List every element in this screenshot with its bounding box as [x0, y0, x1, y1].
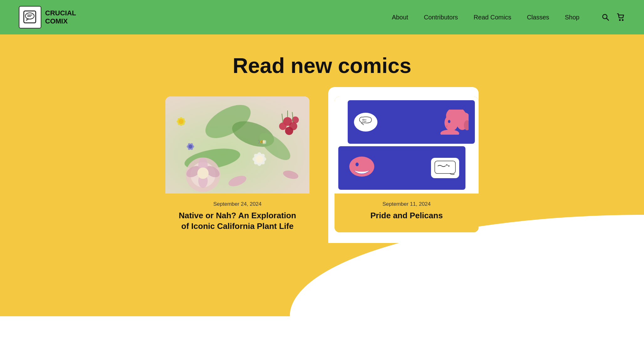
site-header: CRUCIAL COMIX About Contributors Read Co…: [0, 0, 644, 34]
cart-button[interactable]: [616, 13, 625, 22]
comic-date-2: September 11, 2024: [344, 201, 469, 207]
svg-point-43: [256, 155, 263, 163]
comic-date-1: September 24, 2024: [175, 201, 300, 207]
comic-title-2: Pride and Pelicans: [344, 210, 469, 221]
nav-icons: [601, 13, 625, 22]
svg-point-21: [197, 168, 209, 179]
hero-section: Read new comics: [0, 34, 644, 316]
hero-title: Read new comics: [0, 53, 644, 78]
nav-contributors[interactable]: Contributors: [424, 14, 458, 21]
svg-point-25: [285, 127, 293, 135]
svg-point-24: [279, 122, 287, 130]
svg-point-63: [448, 165, 449, 167]
svg-line-7: [607, 18, 609, 21]
main-nav: About Contributors Read Comics Classes S…: [392, 13, 625, 22]
nav-read-comics[interactable]: Read Comics: [474, 14, 511, 21]
logo-text: CRUCIAL COMIX: [45, 9, 76, 26]
svg-point-34: [179, 119, 184, 124]
search-button[interactable]: [601, 13, 610, 21]
comic-card-1-image: [165, 96, 309, 194]
svg-point-38: [189, 145, 192, 148]
logo-link[interactable]: CRUCIAL COMIX: [19, 6, 76, 28]
nav-about[interactable]: About: [392, 14, 408, 21]
nav-classes[interactable]: Classes: [527, 14, 549, 21]
svg-point-58: [448, 120, 450, 123]
svg-rect-62: [435, 161, 455, 173]
comic-card-2-image: [335, 96, 479, 194]
svg-point-59: [440, 130, 459, 135]
svg-point-8: [620, 20, 621, 21]
comics-grid: September 24, 2024 Native or Nah? An Exp…: [0, 96, 644, 243]
svg-point-61: [356, 163, 359, 166]
svg-point-9: [622, 20, 623, 21]
comic-card-1-info: September 24, 2024 Native or Nah? An Exp…: [165, 194, 309, 243]
comic-card-2[interactable]: September 11, 2024 Pride and Pelicans: [335, 96, 479, 232]
nav-shop[interactable]: Shop: [565, 14, 579, 21]
svg-point-55: [444, 115, 458, 131]
logo-icon: [19, 6, 41, 28]
card2-wrapper: September 11, 2024 Pride and Pelicans: [335, 96, 479, 243]
comic-title-1: Native or Nah? An Exploration of Iconic …: [175, 210, 300, 232]
comic-card-1[interactable]: September 24, 2024 Native or Nah? An Exp…: [165, 96, 309, 243]
comic-card-2-info: September 11, 2024 Pride and Pelicans: [335, 194, 479, 232]
